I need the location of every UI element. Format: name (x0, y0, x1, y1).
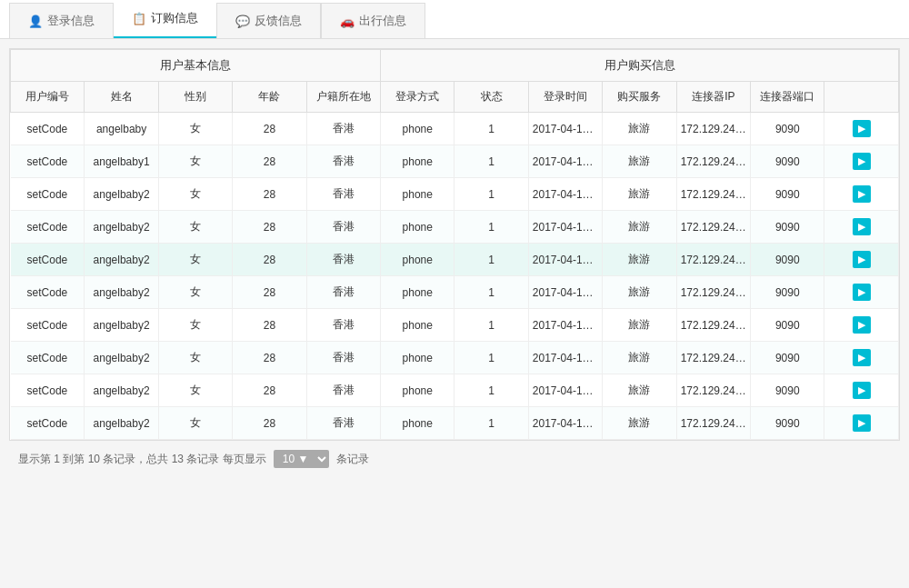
cell-service: 旅游 (603, 374, 676, 407)
cell-service: 旅游 (603, 309, 676, 342)
row-action-button[interactable]: ▶ (853, 414, 871, 432)
page-size-select[interactable]: 10 ▼ 20 50 (274, 450, 329, 468)
cell-ip: 172.129.24.35 (676, 244, 750, 276)
cell-time: 2017-04-10 12:23:35 (528, 113, 602, 145)
cell-ip: 172.129.24.35 (676, 374, 750, 407)
cell-status: 1 (454, 342, 528, 374)
tab-travel-info[interactable]: 🚗出行信息 (321, 3, 425, 38)
cell-userid: setCode (11, 178, 85, 211)
cell-port: 9090 (751, 407, 824, 440)
table-row: setCodeangelbaby2女28香港phone12017-04-10 1… (11, 374, 899, 407)
row-action-button[interactable]: ▶ (853, 349, 871, 366)
tab-label-order-info: 订购信息 (151, 10, 198, 26)
cell-region: 香港 (306, 244, 380, 276)
cell-name: angelbaby2 (85, 244, 158, 276)
cell-name: angelbaby2 (85, 309, 158, 342)
tab-icon-login-info: 👤 (28, 15, 43, 28)
cell-userid: setCode (11, 374, 85, 407)
cell-age: 28 (233, 342, 306, 374)
table-body: setCodeangelbaby女28香港phone12017-04-10 12… (11, 113, 899, 440)
cell-action: ▶ (824, 145, 899, 178)
col-gender: 性别 (158, 82, 232, 113)
cell-port: 9090 (751, 244, 824, 276)
col-action (824, 82, 899, 113)
cell-gender: 女 (158, 276, 232, 309)
tab-feedback-info[interactable]: 💬反馈信息 (216, 3, 321, 38)
tab-login-info[interactable]: 👤登录信息 (9, 3, 114, 38)
row-action-button[interactable]: ▶ (853, 218, 871, 235)
cell-name: angelbaby2 (85, 374, 158, 407)
pagination-bar: 显示第 1 到第 10 条记录，总共 13 条记录 每页显示 10 ▼ 20 5… (9, 441, 900, 477)
cell-name: angelbaby2 (85, 211, 158, 244)
table-wrapper: 用户基本信息 用户购买信息 用户编号 姓名 性别 年龄 户籍所在地 登录方式 状… (9, 48, 900, 441)
cell-status: 1 (454, 309, 528, 342)
cell-age: 28 (233, 211, 306, 244)
table-row: setCodeangelbaby1女28香港phone12017-04-10 1… (11, 145, 899, 178)
cell-status: 1 (454, 211, 528, 244)
cell-age: 28 (233, 113, 306, 145)
row-action-button[interactable]: ▶ (853, 120, 871, 137)
cell-service: 旅游 (603, 113, 676, 145)
col-service: 购买服务 (603, 82, 676, 113)
cell-region: 香港 (306, 374, 380, 407)
cell-port: 9090 (751, 276, 824, 309)
table-row: setCodeangelbaby2女28香港phone12017-04-10 1… (11, 276, 899, 309)
col-userid: 用户编号 (11, 82, 85, 113)
tab-icon-travel-info: 🚗 (340, 15, 355, 28)
cell-action: ▶ (824, 374, 899, 407)
cell-login: phone (381, 113, 454, 145)
cell-login: phone (381, 145, 454, 178)
row-action-button[interactable]: ▶ (853, 316, 871, 334)
cell-time: 2017-04-10 12:23:35 (528, 374, 602, 407)
cell-ip: 172.129.24.35 (676, 145, 750, 178)
row-action-button[interactable]: ▶ (853, 185, 871, 203)
cell-login: phone (381, 374, 454, 407)
table-row: setCodeangelbaby2女28香港phone12017-04-10 1… (11, 309, 899, 342)
cell-name: angelbaby2 (85, 407, 158, 440)
cell-age: 28 (233, 244, 306, 276)
cell-login: phone (381, 178, 454, 211)
cell-ip: 172.129.24.35 (676, 342, 750, 374)
cell-status: 1 (454, 407, 528, 440)
cell-ip: 172.129.24.35 (676, 211, 750, 244)
cell-action: ▶ (824, 244, 899, 276)
col-port: 连接器端口 (751, 82, 824, 113)
row-action-button[interactable]: ▶ (853, 284, 871, 301)
cell-age: 28 (233, 145, 306, 178)
group-basic-info: 用户基本信息 (11, 50, 381, 82)
content-area: 用户基本信息 用户购买信息 用户编号 姓名 性别 年龄 户籍所在地 登录方式 状… (0, 39, 909, 486)
cell-status: 1 (454, 276, 528, 309)
cell-name: angelbaby2 (85, 178, 158, 211)
cell-status: 1 (454, 145, 528, 178)
cell-userid: setCode (11, 211, 85, 244)
cell-gender: 女 (158, 342, 232, 374)
table-row: setCodeangelbaby2女28香港phone12017-04-10 1… (11, 178, 899, 211)
cell-userid: setCode (11, 113, 85, 145)
cell-login: phone (381, 211, 454, 244)
cell-userid: setCode (11, 244, 85, 276)
cell-action: ▶ (824, 211, 899, 244)
cell-time: 2017-04-10 12:23:35 (528, 178, 602, 211)
table-row: setCodeangelbaby2女28香港phone12017-04-10 1… (11, 342, 899, 374)
cell-gender: 女 (158, 113, 232, 145)
cell-service: 旅游 (603, 276, 676, 309)
cell-action: ▶ (824, 407, 899, 440)
col-header-row: 用户编号 姓名 性别 年龄 户籍所在地 登录方式 状态 登录时间 购买服务 连接… (11, 82, 899, 113)
row-action-button[interactable]: ▶ (853, 251, 871, 268)
cell-name: angelbaby (85, 113, 158, 145)
cell-userid: setCode (11, 276, 85, 309)
table-row: setCodeangelbaby女28香港phone12017-04-10 12… (11, 113, 899, 145)
cell-ip: 172.129.24.35 (676, 309, 750, 342)
cell-service: 旅游 (603, 178, 676, 211)
cell-port: 9090 (751, 211, 824, 244)
row-action-button[interactable]: ▶ (853, 382, 871, 399)
cell-gender: 女 (158, 374, 232, 407)
row-action-button[interactable]: ▶ (853, 153, 871, 170)
cell-action: ▶ (824, 113, 899, 145)
col-time: 登录时间 (528, 82, 602, 113)
cell-gender: 女 (158, 211, 232, 244)
tab-order-info[interactable]: 📋订购信息 (114, 0, 216, 38)
cell-age: 28 (233, 374, 306, 407)
cell-port: 9090 (751, 342, 824, 374)
col-status: 状态 (454, 82, 528, 113)
